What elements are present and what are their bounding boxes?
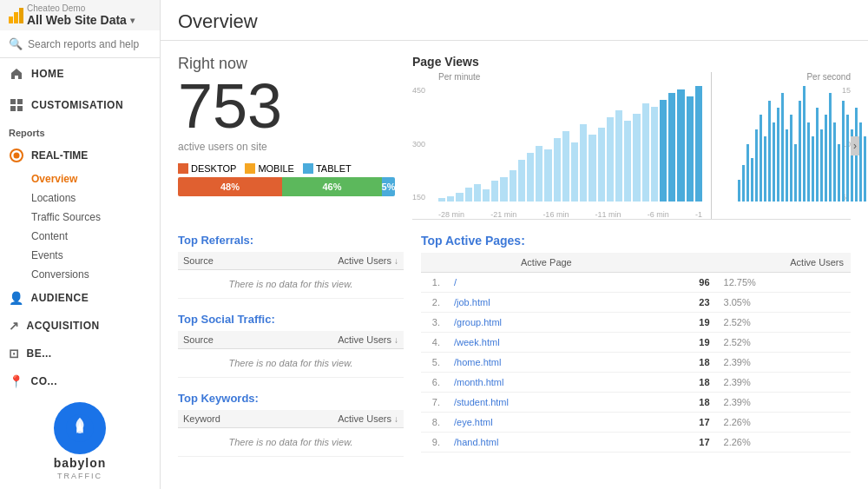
row-idx: 5. xyxy=(421,353,447,373)
sidebar-item-overview[interactable]: Overview xyxy=(31,169,160,188)
bar-left xyxy=(633,114,640,202)
row-pct: 2.52% xyxy=(717,333,851,353)
bar-left xyxy=(447,196,454,202)
property-chevron-icon[interactable]: ▾ xyxy=(130,16,135,25)
bar-right xyxy=(742,165,745,202)
table-row: 3. /group.html 19 2.52% xyxy=(421,313,851,333)
desktop-bar: 48% xyxy=(178,177,282,196)
bar-left xyxy=(510,170,516,202)
sidebar-item-events[interactable]: Events xyxy=(31,246,160,265)
bar-right xyxy=(738,180,740,202)
row-users: 96 xyxy=(646,273,717,293)
desktop-label: DESKTOP xyxy=(191,163,236,174)
table-row: There is no data for this view. xyxy=(178,270,404,299)
chart-container: Per minute 450 300 150 -28 min -21 min -… xyxy=(412,72,851,220)
bar-right xyxy=(764,136,766,202)
sidebar-item-audience[interactable]: 👤 AUDIENCE xyxy=(0,284,160,312)
bar-left xyxy=(580,124,587,202)
rightnow-label: Right now xyxy=(178,55,395,73)
sort-arrow[interactable]: ↓ xyxy=(394,256,398,266)
rightnow-section: Right now 753 active users on site DESKT… xyxy=(178,55,851,220)
row-idx: 7. xyxy=(421,393,447,413)
sidebar-home-label: HOME xyxy=(31,68,64,80)
main-body: Right now 753 active users on site DESKT… xyxy=(161,41,868,485)
table-row: 6. /month.html 18 2.39% xyxy=(421,373,851,393)
top-social-title: Top Social Traffic: xyxy=(178,313,404,326)
sidebar-item-home[interactable]: HOME xyxy=(0,58,160,89)
bars-left xyxy=(438,86,702,202)
row-users: 19 xyxy=(646,333,717,353)
co-icon: 📍 xyxy=(9,374,24,388)
row-idx: 3. xyxy=(421,313,447,333)
bar-right xyxy=(825,115,827,202)
x-labels: -28 min -21 min -16 min -11 min -6 min -… xyxy=(438,210,702,219)
row-page[interactable]: /week.html xyxy=(447,333,646,353)
search-input[interactable] xyxy=(28,38,151,50)
tablet-legend: TABLET xyxy=(303,163,352,174)
bar-right xyxy=(846,115,849,202)
referrals-col-source: Source xyxy=(178,252,260,270)
bar-right xyxy=(833,122,836,202)
realtime-sub-nav: Overview Locations Traffic Sources Conte… xyxy=(0,169,160,284)
chart-chevron-button[interactable]: › xyxy=(851,136,859,155)
table-row: 5. /home.html 18 2.39% xyxy=(421,353,851,373)
row-page[interactable]: /home.html xyxy=(447,353,646,373)
bar-right xyxy=(799,101,801,202)
sidebar-item-conversions[interactable]: Conversions xyxy=(31,265,160,284)
mobile-legend: MOBILE xyxy=(245,163,294,174)
per-second-label: Per second xyxy=(806,72,851,82)
top-keywords-title: Top Keywords: xyxy=(178,392,404,405)
bar-left xyxy=(571,142,578,202)
active-pages-body: 1. / 96 12.75% 2. /job.html 23 3.05% 3. … xyxy=(421,273,851,453)
row-page[interactable]: /eye.html xyxy=(447,413,646,433)
row-page[interactable]: / xyxy=(447,273,646,293)
row-pct: 2.26% xyxy=(717,413,851,433)
sidebar-item-customisation[interactable]: CUSTOMISATION xyxy=(0,89,160,121)
keywords-table: Keyword Active Users ↓ There is no data … xyxy=(178,410,404,457)
row-page[interactable]: /student.html xyxy=(447,393,646,413)
bar-right xyxy=(820,129,823,202)
row-pct: 2.26% xyxy=(717,433,851,453)
sidebar-item-locations[interactable]: Locations xyxy=(31,188,160,208)
svg-rect-1 xyxy=(17,99,23,104)
rightnow-panel: Right now 753 active users on site DESKT… xyxy=(178,55,395,220)
main-content: Overview Right now 753 active users on s… xyxy=(161,0,868,489)
row-page[interactable]: /group.html xyxy=(447,313,646,333)
realtime-label: REAL-TIME xyxy=(31,149,88,162)
sidebar-item-co[interactable]: 📍 CO... xyxy=(0,367,160,395)
row-pct: 2.39% xyxy=(717,373,851,393)
sidebar-item-be[interactable]: ⊡ BE... xyxy=(0,340,160,367)
row-page[interactable]: /month.html xyxy=(447,373,646,393)
bar-left xyxy=(695,86,702,202)
sidebar-item-acquisition[interactable]: ↗ ACQUISITION xyxy=(0,312,160,340)
row-idx: 8. xyxy=(421,413,447,433)
sidebar-customisation-label: CUSTOMISATION xyxy=(31,99,123,111)
desktop-legend: DESKTOP xyxy=(178,163,236,174)
sidebar-item-content[interactable]: Content xyxy=(31,227,160,246)
tablet-color xyxy=(303,163,313,174)
acquisition-icon: ↗ xyxy=(9,319,20,333)
row-page[interactable]: /job.html xyxy=(447,293,646,313)
bar-left xyxy=(624,121,631,202)
bar-left xyxy=(491,181,498,202)
bar-left xyxy=(642,103,649,202)
bar-right xyxy=(790,115,792,202)
rightnow-description: active users on site xyxy=(178,141,395,153)
bar-left xyxy=(668,93,675,202)
sidebar-header: Cheateo Demo All Web Site Data ▾ xyxy=(0,0,160,30)
pageviews-title: Page Views xyxy=(412,55,851,69)
table-row: 2. /job.html 23 3.05% xyxy=(421,293,851,313)
referrals-col-users: Active Users ↓ xyxy=(260,252,404,270)
row-idx: 2. xyxy=(421,293,447,313)
table-row: 9. /hand.html 17 2.26% xyxy=(421,433,851,453)
row-page[interactable]: /hand.html xyxy=(447,433,646,453)
bar-left xyxy=(474,184,481,202)
sort-arrow-2[interactable]: ↓ xyxy=(394,335,398,345)
sidebar-item-traffic-sources[interactable]: Traffic Sources xyxy=(31,208,160,227)
top-keywords: Top Keywords: Keyword Active Users ↓ The… xyxy=(178,392,404,457)
ga-logo-icon xyxy=(9,8,23,23)
sidebar-item-realtime[interactable]: REAL-TIME xyxy=(0,142,160,169)
bar-right xyxy=(760,115,762,202)
row-idx: 6. xyxy=(421,373,447,393)
sort-arrow-3[interactable]: ↓ xyxy=(394,414,398,424)
